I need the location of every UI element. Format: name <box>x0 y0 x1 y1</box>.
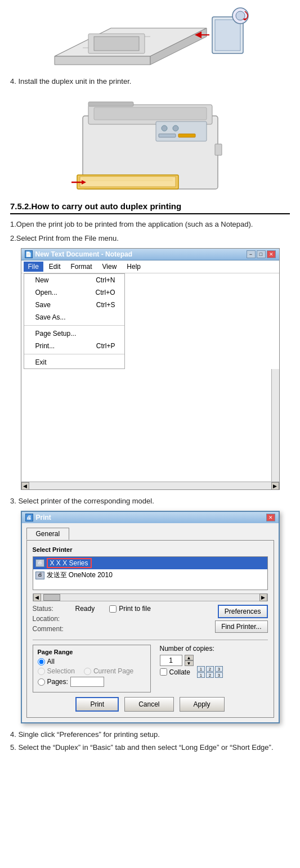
duplex-installation-diagram <box>10 6 290 70</box>
maximize-button[interactable]: □ <box>257 250 266 258</box>
copies-input[interactable] <box>160 655 182 666</box>
svg-marker-6 <box>55 56 150 65</box>
print-to-file-label: Print to file <box>119 605 151 613</box>
svg-rect-5 <box>94 37 139 51</box>
collate-checkbox[interactable] <box>160 668 167 676</box>
dialog-bottom-buttons: Print Cancel Apply <box>33 697 268 712</box>
step4-text: 4. Install the duplex unit in the printe… <box>10 77 290 86</box>
printer-list: 🖨 X X X Series 🖨 发送至 OneNote 2010 <box>33 556 268 590</box>
status-row: Status: Ready Print to file <box>33 605 216 613</box>
tab-general[interactable]: General <box>26 528 70 540</box>
radio-current-row: Current Page <box>84 667 133 675</box>
notepad-hscrollbar[interactable]: ◀ ▶ <box>21 482 279 489</box>
svg-rect-15 <box>88 102 133 106</box>
collate-page-2a: 2 <box>206 666 214 672</box>
window-controls[interactable]: − □ ✕ <box>247 250 276 258</box>
print-button[interactable]: Print <box>75 697 119 712</box>
print-dialog-icon: 🖨 <box>25 514 33 521</box>
step4-instruction: 4. Single click “Preferences” for printi… <box>10 730 290 739</box>
section-header: 7.5.2.How to carry out auto duplex print… <box>10 201 290 214</box>
print-tab-strip: General <box>26 528 274 540</box>
radio-pages-row: Pages: <box>38 677 146 687</box>
print-dialog-body: General Select Printer 🖨 X X X Series 🖨 … <box>22 523 279 722</box>
radio-all[interactable] <box>38 658 45 665</box>
radio-current[interactable] <box>84 668 91 675</box>
scroll-right-btn[interactable]: ▶ <box>271 482 279 490</box>
collate-row: Collate 1 1 2 2 3 <box>160 666 268 678</box>
printer-xxx-series[interactable]: 🖨 X X X Series <box>33 557 267 569</box>
notepad-menubar: File Edit Format View Help <box>21 260 279 273</box>
copies-up[interactable]: ▲ <box>185 655 194 660</box>
hscroll-right[interactable]: ▶ <box>259 593 267 601</box>
collate-page-3b: 3 <box>215 672 223 678</box>
svg-rect-9 <box>215 20 240 51</box>
menu-new[interactable]: NewCtrl+N <box>24 274 124 286</box>
minimize-button[interactable]: − <box>247 250 256 258</box>
dropdown-separator <box>24 325 124 326</box>
notepad-title: New Text Document - Notepad <box>35 250 132 258</box>
status-section: Status: Ready Print to file Location: Co… <box>33 605 268 635</box>
apply-button[interactable]: Apply <box>180 697 225 712</box>
status-label: Status: <box>33 605 72 613</box>
menu-print[interactable]: Print...Ctrl+P <box>24 340 124 352</box>
menu-save[interactable]: SaveCtrl+S <box>24 299 124 311</box>
collate-page-1a: 1 <box>197 666 205 672</box>
select-printer-label: Select Printer <box>33 546 268 553</box>
status-left: Status: Ready Print to file Location: Co… <box>33 605 216 635</box>
step5-instruction: 5. Select the “Duplex” in “Basic” tab an… <box>10 743 290 752</box>
svg-rect-19 <box>159 134 176 137</box>
collate-page-2b: 2 <box>206 672 214 678</box>
radio-selection-current: Selection Current Page <box>38 667 146 677</box>
svg-point-17 <box>162 125 167 131</box>
collate-page-1b: 1 <box>197 672 205 678</box>
preferences-button[interactable]: Preferences <box>218 605 268 618</box>
printer-onenote[interactable]: 🖨 发送至 OneNote 2010 <box>33 569 267 581</box>
menu-format[interactable]: Format <box>66 262 97 272</box>
printer-full-diagram <box>10 93 290 195</box>
print-win-controls[interactable]: ✕ <box>266 514 275 521</box>
menu-edit[interactable]: Edit <box>44 262 65 272</box>
printer-icon-2: 🖨 <box>35 572 44 579</box>
notepad-scrollbar[interactable] <box>271 369 279 482</box>
menu-saveas[interactable]: Save As... <box>24 311 124 323</box>
svg-rect-14 <box>94 107 207 120</box>
menu-help[interactable]: Help <box>122 262 145 272</box>
cancel-button[interactable]: Cancel <box>124 697 173 712</box>
print-dialog-title: Print <box>36 514 51 521</box>
menu-open[interactable]: Open...Ctrl+O <box>24 286 124 299</box>
radio-selection-row: Selection <box>38 667 75 675</box>
location-label: Location: <box>33 615 72 623</box>
printer-name-onenote: 发送至 OneNote 2010 <box>47 570 113 580</box>
menu-file[interactable]: File <box>24 262 43 272</box>
collate-page-3a: 3 <box>215 666 223 672</box>
collate-label: Collate <box>169 668 190 676</box>
notepad-icon: 📄 <box>25 250 33 258</box>
copies-spinner: ▲ ▼ <box>185 655 194 666</box>
svg-point-18 <box>173 125 178 131</box>
printer-icon-1: 🖨 <box>35 559 44 567</box>
step1-text: 1.Open the print job to be printed from … <box>10 220 290 228</box>
print-titlebar-left: 🖨 Print <box>25 514 51 521</box>
hscroll-left[interactable]: ◀ <box>33 593 41 601</box>
dropdown-separator2 <box>24 354 124 354</box>
radio-selection[interactable] <box>38 668 45 675</box>
page-range-title: Page Range <box>38 649 146 655</box>
find-printer-button[interactable]: Find Printer... <box>215 620 267 633</box>
radio-pages[interactable] <box>38 678 45 686</box>
close-button[interactable]: ✕ <box>267 250 276 258</box>
titlebar-left: 📄 New Text Document - Notepad <box>25 250 132 258</box>
menu-exit[interactable]: Exit <box>24 356 124 368</box>
scroll-left-btn[interactable]: ◀ <box>21 482 29 490</box>
copies-down[interactable]: ▼ <box>185 660 194 666</box>
notepad-screenshot: 📄 New Text Document - Notepad − □ ✕ File… <box>21 248 280 490</box>
hscroll-thumb[interactable] <box>43 594 60 601</box>
menu-view[interactable]: View <box>98 262 122 272</box>
printer-list-hscroll[interactable]: ◀ ▶ <box>33 593 268 601</box>
section-title: 7.5.2.How to carry out auto duplex print… <box>10 201 290 211</box>
menu-pagesetup[interactable]: Page Setup... <box>24 327 124 340</box>
print-close-button[interactable]: ✕ <box>266 514 275 521</box>
radio-all-label: All <box>47 658 55 665</box>
collate-stack-3: 3 3 <box>215 666 223 678</box>
pages-input[interactable] <box>70 677 104 687</box>
print-to-file-checkbox[interactable] <box>109 605 117 613</box>
